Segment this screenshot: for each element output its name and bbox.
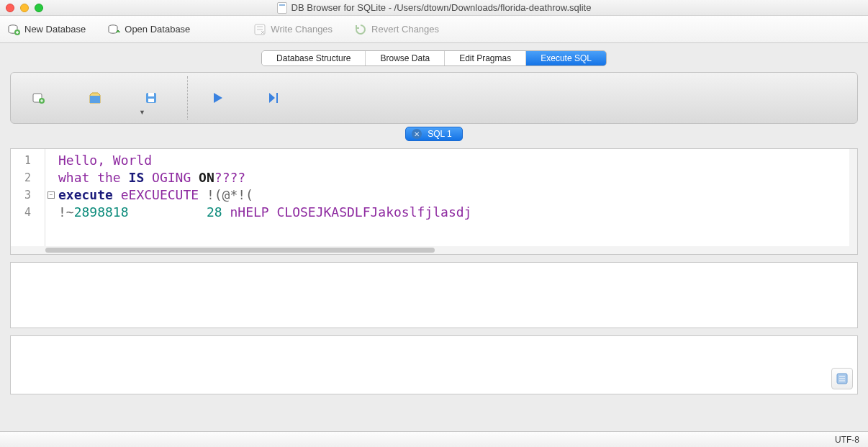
svg-rect-6 <box>90 96 100 103</box>
zoom-window-button[interactable] <box>35 4 43 12</box>
code-line[interactable]: execute eEXCUECUTE !(@*!( <box>58 186 849 204</box>
line-number: 3 <box>11 186 45 204</box>
sql-tab-label: SQL 1 <box>428 129 452 139</box>
results-pane <box>10 262 858 328</box>
window-title-text: DB Browser for SQLite - /Users/dtown/Dow… <box>291 2 592 13</box>
revert-changes-label: Revert Changes <box>371 24 439 35</box>
write-changes-label: Write Changes <box>271 24 333 35</box>
open-sql-file-button[interactable] <box>87 90 103 106</box>
line-number: 1 <box>11 152 45 169</box>
execute-line-button[interactable] <box>266 90 281 106</box>
editor-gutter: 1234 <box>11 149 45 246</box>
database-open-icon <box>107 23 120 36</box>
svg-rect-9 <box>148 99 154 102</box>
tab-edit-pragmas[interactable]: Edit Pragmas <box>445 51 526 66</box>
sql-editor: 1234 − Hello, Worldwhat the IS OGING ON?… <box>10 148 858 255</box>
sql-tab-chip[interactable]: ✕ SQL 1 <box>405 127 463 141</box>
save-dropdown-arrow[interactable]: ▼ <box>139 109 145 116</box>
tab-segments: Database Structure Browse Data Edit Prag… <box>261 50 607 66</box>
encoding-label[interactable]: UTF-8 <box>835 435 859 445</box>
fold-column: − <box>45 149 57 246</box>
traffic-lights <box>0 4 43 12</box>
toolbar-separator <box>187 76 188 119</box>
save-sql-file-button[interactable] <box>143 90 159 106</box>
statusbar: UTF-8 <box>0 431 868 447</box>
open-database-label: Open Database <box>125 24 190 35</box>
execute-sql-button[interactable] <box>209 90 225 106</box>
editor-code-area[interactable]: Hello, Worldwhat the IS OGING ON????exec… <box>57 149 849 246</box>
main-toolbar: New Database Open Database Write Changes… <box>0 16 868 43</box>
new-database-button[interactable]: New Database <box>7 23 86 36</box>
revert-changes-icon <box>354 23 367 36</box>
document-icon <box>277 2 287 14</box>
svg-rect-10 <box>276 93 278 103</box>
sql-toolbar: ▼ <box>10 72 858 124</box>
content-pane: ▼ ✕ SQL 1 1234 − Hello, Worldwhat the IS… <box>10 72 858 431</box>
titlebar: DB Browser for SQLite - /Users/dtown/Dow… <box>0 0 868 16</box>
fold-toggle[interactable]: − <box>48 191 55 199</box>
code-line[interactable]: !~2898818 28 nHELP CLOSEJKASDLFJakoslfjl… <box>58 204 849 221</box>
editor-hscroll-thumb[interactable] <box>45 248 435 253</box>
editor-vscroll[interactable] <box>849 149 857 246</box>
editor-hscroll[interactable] <box>11 246 857 254</box>
window-title: DB Browser for SQLite - /Users/dtown/Dow… <box>0 2 868 14</box>
write-changes-button[interactable]: Write Changes <box>253 23 333 36</box>
close-sql-tab-icon[interactable]: ✕ <box>412 129 422 139</box>
message-pane <box>10 335 858 394</box>
line-number: 2 <box>11 169 45 186</box>
new-sql-tab-button[interactable] <box>31 90 47 106</box>
code-line[interactable]: what the IS OGING ON???? <box>58 169 849 186</box>
minimize-window-button[interactable] <box>20 4 29 12</box>
tab-execute-sql[interactable]: Execute SQL <box>526 51 606 66</box>
sql-tab-row: ✕ SQL 1 <box>10 127 858 141</box>
revert-changes-button[interactable]: Revert Changes <box>354 23 439 36</box>
open-database-button[interactable]: Open Database <box>107 23 190 36</box>
main-tabstrip: Database Structure Browse Data Edit Prag… <box>0 43 868 66</box>
database-new-icon <box>7 23 20 36</box>
new-database-label: New Database <box>24 24 86 35</box>
tab-browse-data[interactable]: Browse Data <box>366 51 445 66</box>
svg-rect-8 <box>148 93 154 96</box>
write-changes-icon <box>253 23 266 36</box>
code-line[interactable]: Hello, World <box>58 152 849 169</box>
close-window-button[interactable] <box>6 4 14 12</box>
tab-database-structure[interactable]: Database Structure <box>262 51 366 66</box>
save-results-button[interactable] <box>831 368 853 389</box>
line-number: 4 <box>11 204 45 221</box>
